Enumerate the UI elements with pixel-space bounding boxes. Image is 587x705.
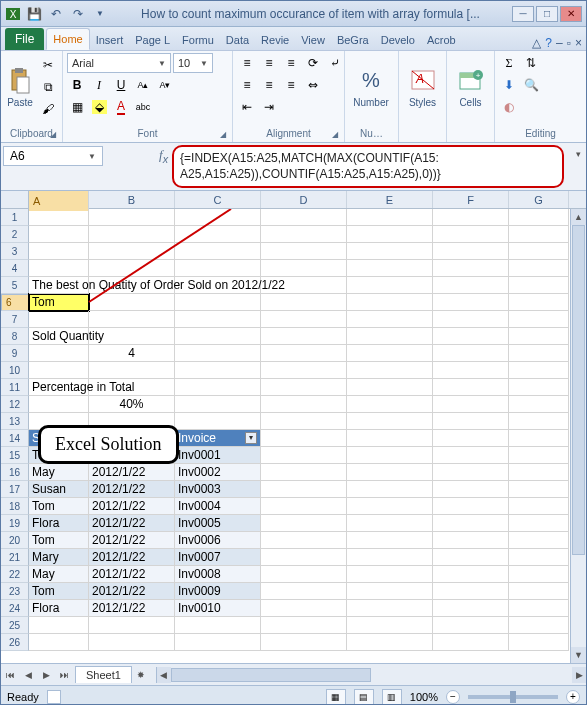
copy-button[interactable]: ⧉ xyxy=(38,77,58,97)
col-header-C[interactable]: C xyxy=(175,191,261,208)
underline-button[interactable]: U xyxy=(111,75,131,95)
group-number: % Number Nu… xyxy=(345,51,399,142)
macro-record-icon[interactable] xyxy=(47,690,61,704)
format-painter-button[interactable]: 🖌 xyxy=(38,99,58,119)
horizontal-scrollbar[interactable]: ◀ ▶ xyxy=(156,667,586,683)
tab-review[interactable]: Revie xyxy=(255,30,295,50)
align-left-button[interactable]: ≡ xyxy=(237,75,257,95)
shrink-font-button[interactable]: A▾ xyxy=(155,75,175,95)
sort-filter-button[interactable]: ⇅ xyxy=(521,53,541,73)
cells-button[interactable]: + Cells xyxy=(451,53,490,119)
new-sheet-button[interactable]: ✸ xyxy=(132,666,150,684)
align-middle-button[interactable]: ≡ xyxy=(259,53,279,73)
fill-color-button[interactable]: ⬙ xyxy=(89,97,109,117)
mdi-close-icon[interactable]: × xyxy=(575,36,582,50)
border-button[interactable]: ▦ xyxy=(67,97,87,117)
tab-acrobat[interactable]: Acrob xyxy=(421,30,462,50)
name-box[interactable]: A6▼ xyxy=(3,146,103,166)
sheet-tab-bar: ⏮ ◀ ▶ ⏭ Sheet1 ✸ ◀ ▶ xyxy=(1,663,586,685)
autosum-button[interactable]: Σ xyxy=(499,53,519,73)
minimize-button[interactable]: ─ xyxy=(512,6,534,22)
tab-data[interactable]: Data xyxy=(220,30,255,50)
save-icon[interactable]: 💾 xyxy=(25,5,43,23)
align-bottom-button[interactable]: ≡ xyxy=(281,53,301,73)
sheet-nav-first[interactable]: ⏮ xyxy=(1,666,19,684)
grid-area: 12345The best on Quatity of Order Sold o… xyxy=(1,209,586,663)
mdi-minimize-icon[interactable]: – xyxy=(556,36,563,50)
font-color-button[interactable]: A xyxy=(111,97,131,117)
col-header-E[interactable]: E xyxy=(347,191,433,208)
sheet-nav-prev[interactable]: ◀ xyxy=(19,666,37,684)
font-size-select[interactable]: 10▼ xyxy=(173,53,213,73)
find-select-button[interactable]: 🔍 xyxy=(521,75,541,95)
ribbon: Paste ✂ ⧉ 🖌 Clipboard◢ Arial▼ 10▼ B I U … xyxy=(1,51,586,143)
file-tab[interactable]: File xyxy=(5,28,44,50)
increase-indent-button[interactable]: ⇥ xyxy=(259,97,279,117)
qat-customize-icon[interactable]: ▼ xyxy=(91,5,109,23)
font-launcher-icon[interactable]: ◢ xyxy=(218,130,228,140)
mdi-restore-icon[interactable]: ▫ xyxy=(567,36,571,50)
redo-icon[interactable]: ↷ xyxy=(69,5,87,23)
tab-formulas[interactable]: Formu xyxy=(176,30,220,50)
close-button[interactable]: ✕ xyxy=(560,6,582,22)
tab-page-layout[interactable]: Page L xyxy=(129,30,176,50)
group-editing: Σ ⇅ ⬇ 🔍 ◐ Editing xyxy=(495,51,586,142)
fx-icon[interactable]: fx xyxy=(159,147,168,165)
zoom-in-button[interactable]: + xyxy=(566,690,580,704)
formula-text-1: {=INDEX(A15:A25,MATCH(MAX(COUNTIF(A15: xyxy=(180,150,556,166)
wrap-text-button[interactable]: ⤶ xyxy=(325,53,345,73)
col-header-G[interactable]: G xyxy=(509,191,569,208)
select-all-cell[interactable] xyxy=(1,191,29,208)
alignment-launcher-icon[interactable]: ◢ xyxy=(330,130,340,140)
formula-input[interactable]: {=INDEX(A15:A25,MATCH(MAX(COUNTIF(A15: A… xyxy=(172,145,564,188)
svg-text:+: + xyxy=(475,71,480,80)
cut-button[interactable]: ✂ xyxy=(38,55,58,75)
styles-button[interactable]: A Styles xyxy=(403,53,442,119)
tab-view[interactable]: View xyxy=(295,30,331,50)
maximize-button[interactable]: □ xyxy=(536,6,558,22)
align-top-button[interactable]: ≡ xyxy=(237,53,257,73)
font-name-select[interactable]: Arial▼ xyxy=(67,53,171,73)
col-header-A[interactable]: A xyxy=(29,191,89,211)
sheet-nav-last[interactable]: ⏭ xyxy=(55,666,73,684)
page-layout-view-button[interactable]: ▤ xyxy=(354,689,374,705)
hscroll-thumb[interactable] xyxy=(171,668,371,682)
expand-formula-bar-button[interactable]: ▾ xyxy=(570,143,586,190)
orientation-button[interactable]: ⟳ xyxy=(303,53,323,73)
italic-button[interactable]: I xyxy=(89,75,109,95)
zoom-slider[interactable] xyxy=(468,695,558,699)
sheet-nav-next[interactable]: ▶ xyxy=(37,666,55,684)
clipboard-label: Clipboard◢ xyxy=(5,127,58,140)
col-header-D[interactable]: D xyxy=(261,191,347,208)
clipboard-launcher-icon[interactable]: ◢ xyxy=(48,130,58,140)
scroll-right-button[interactable]: ▶ xyxy=(572,667,586,683)
grow-font-button[interactable]: A▴ xyxy=(133,75,153,95)
number-format-button[interactable]: % Number xyxy=(349,53,393,119)
align-right-button[interactable]: ≡ xyxy=(281,75,301,95)
fill-button[interactable]: ⬇ xyxy=(499,75,519,95)
tab-begraphic[interactable]: BeGra xyxy=(331,30,375,50)
col-header-B[interactable]: B xyxy=(89,191,175,208)
tab-developer[interactable]: Develo xyxy=(375,30,421,50)
help-icon[interactable]: ? xyxy=(545,36,552,50)
decrease-indent-button[interactable]: ⇤ xyxy=(237,97,257,117)
undo-icon[interactable]: ↶ xyxy=(47,5,65,23)
minimize-ribbon-icon[interactable]: △ xyxy=(532,36,541,50)
col-header-F[interactable]: F xyxy=(433,191,509,208)
align-center-button[interactable]: ≡ xyxy=(259,75,279,95)
clear-button[interactable]: ◐ xyxy=(499,97,519,117)
normal-view-button[interactable]: ▦ xyxy=(326,689,346,705)
zoom-level[interactable]: 100% xyxy=(410,691,438,703)
group-font: Arial▼ 10▼ B I U A▴ A▾ ▦ ⬙ A abc Font◢ xyxy=(63,51,233,142)
merge-button[interactable]: ⇔ xyxy=(303,75,323,95)
tab-insert[interactable]: Insert xyxy=(90,30,130,50)
page-break-view-button[interactable]: ▥ xyxy=(382,689,402,705)
phonetic-button[interactable]: abc xyxy=(133,97,153,117)
tab-home[interactable]: Home xyxy=(46,28,89,50)
sheet-tab-sheet1[interactable]: Sheet1 xyxy=(75,666,132,683)
paste-button[interactable]: Paste xyxy=(5,53,35,119)
bold-button[interactable]: B xyxy=(67,75,87,95)
zoom-out-button[interactable]: − xyxy=(446,690,460,704)
svg-text:X: X xyxy=(10,9,17,20)
scroll-left-button[interactable]: ◀ xyxy=(157,667,171,683)
